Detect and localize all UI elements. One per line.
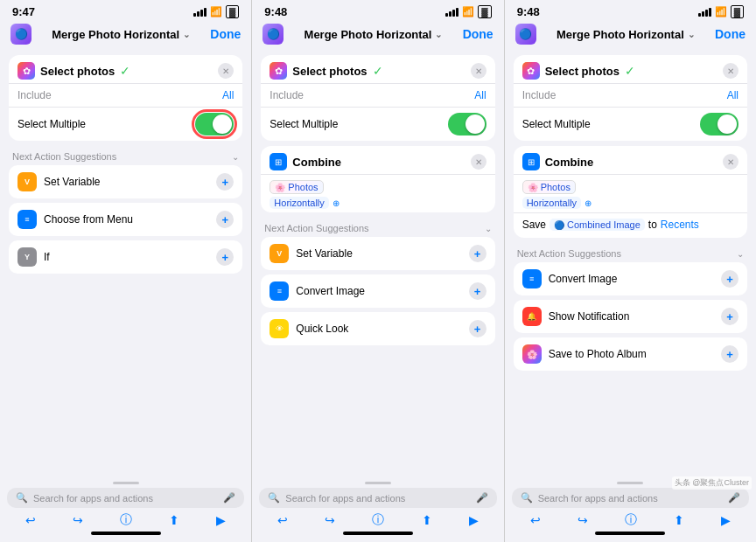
suggestion-left-2-0: V Set Variable xyxy=(270,244,352,263)
suggestion-left-2-2: 👁 Quick Look xyxy=(270,319,348,338)
include-value-3[interactable]: All xyxy=(727,89,738,101)
select-multiple-row-3: Select Multiple xyxy=(514,107,747,141)
select-photos-title-1: Select photos xyxy=(40,65,115,78)
select-close-button-1[interactable]: ✕ xyxy=(218,63,234,79)
include-value-1[interactable]: All xyxy=(222,89,234,101)
combined-image-tag-3[interactable]: 🔵 Combined Image xyxy=(550,219,645,231)
combine-details-2: 🌸 Photos Horizontally ⊕ xyxy=(261,174,494,212)
suggestion-add-button-2-0[interactable]: + xyxy=(469,245,486,262)
content-1: ✿ Select photos ✓ ✕ Include All Select M… xyxy=(0,50,251,477)
combine-icon-2: ⊞ xyxy=(270,153,287,170)
select-close-button-2[interactable]: ✕ xyxy=(471,63,486,79)
nav-title-2: Merge Photo Horizontal xyxy=(304,28,432,41)
share-icon-3[interactable]: ⬆ xyxy=(674,513,684,527)
search-bar-3[interactable]: 🔍 Search for apps and actions 🎤 xyxy=(512,488,749,508)
suggestion-item-3-2[interactable]: 🌸 Save to Photo Album + xyxy=(514,337,747,371)
horizontally-tag-3[interactable]: Horizontally xyxy=(522,197,581,209)
recents-tag-3[interactable]: Recents xyxy=(661,219,699,231)
suggestion-label-2-0: Set Variable xyxy=(296,247,352,260)
search-bar-2[interactable]: 🔍 Search for apps and actions 🎤 xyxy=(259,488,496,508)
watermark: 头条 @聚焦点Cluster xyxy=(672,476,752,490)
suggestion-item-2-0[interactable]: V Set Variable + xyxy=(261,237,494,270)
combine-close-button-3[interactable]: ✕ xyxy=(723,154,738,170)
share-icon-1[interactable]: ⬆ xyxy=(169,513,179,527)
info-icon-2[interactable]: ⓘ xyxy=(372,512,384,528)
select-close-button-3[interactable]: ✕ xyxy=(723,63,738,79)
select-multiple-label-2: Select Multiple xyxy=(270,118,338,130)
mic-icon-2[interactable]: 🎤 xyxy=(476,492,488,504)
battery-icon-2: ▓ xyxy=(478,5,491,18)
suggestion-add-button-3-2[interactable]: + xyxy=(721,345,738,363)
select-multiple-toggle-1[interactable] xyxy=(195,113,234,136)
suggestion-add-button-3-1[interactable]: + xyxy=(721,308,738,325)
photos-tag-2[interactable]: 🌸 Photos xyxy=(270,180,323,194)
select-multiple-label-1: Select Multiple xyxy=(18,118,86,130)
suggestion-label-2-2: Quick Look xyxy=(296,323,348,335)
search-bar-1[interactable]: 🔍 Search for apps and actions 🎤 xyxy=(7,488,244,508)
back-icon-1[interactable]: ↩ xyxy=(25,513,36,527)
nav-done-button-3[interactable]: Done xyxy=(715,27,746,41)
select-multiple-row-2: Select Multiple xyxy=(261,107,494,141)
suggestion-item-2-1[interactable]: ≡ Convert Image + xyxy=(261,274,494,308)
play-icon-2[interactable]: ▶ xyxy=(469,513,479,527)
mic-icon-1[interactable]: 🎤 xyxy=(223,492,235,504)
back-icon-3[interactable]: ↩ xyxy=(530,513,541,527)
nav-chevron-2[interactable]: ⌄ xyxy=(435,30,442,39)
forward-icon-2[interactable]: ↪ xyxy=(325,513,335,527)
combine-line1-2: 🌸 Photos xyxy=(270,180,486,194)
nav-done-button-2[interactable]: Done xyxy=(463,27,494,41)
suggestion-item-1-1[interactable]: ≡ Choose from Menu + xyxy=(9,203,242,236)
select-multiple-toggle-2[interactable] xyxy=(448,113,486,136)
select-multiple-toggle-3[interactable] xyxy=(700,113,738,136)
include-row-2: Include All xyxy=(261,83,494,107)
select-photos-card-3: ✿ Select photos ✓ ✕ Include All Select M… xyxy=(514,55,747,141)
suggestion-add-button-2-1[interactable]: + xyxy=(469,282,486,300)
suggestion-add-button-1-2[interactable]: + xyxy=(216,248,234,266)
suggestion-add-button-1-0[interactable]: + xyxy=(216,173,234,191)
nav-chevron-3[interactable]: ⌄ xyxy=(688,30,695,39)
combine-close-button-2[interactable]: ✕ xyxy=(471,154,486,170)
toggle-knob-2 xyxy=(466,115,485,134)
play-icon-3[interactable]: ▶ xyxy=(721,513,731,527)
suggestions-chevron-1[interactable]: ⌄ xyxy=(232,152,239,162)
status-icons-2: 📶 ▓ xyxy=(445,5,491,18)
checkmark-icon-2: ✓ xyxy=(373,64,383,78)
suggestions-chevron-2[interactable]: ⌄ xyxy=(485,224,492,233)
combine-title-row-3: ⊞ Combine xyxy=(522,153,594,170)
info-icon-3[interactable]: ⓘ xyxy=(625,512,637,528)
suggestion-icon-2-2: 👁 xyxy=(270,319,289,338)
shortcut-app-icon-2: 🔵 xyxy=(262,24,284,45)
select-title-row-2: ✿ Select photos ✓ xyxy=(270,62,382,80)
suggestions-chevron-3[interactable]: ⌄ xyxy=(737,249,744,259)
suggestion-item-3-1[interactable]: 🔔 Show Notification + xyxy=(514,300,747,333)
suggestion-label-1-0: Set Variable xyxy=(44,176,100,188)
forward-icon-3[interactable]: ↪ xyxy=(578,513,588,527)
suggestion-add-button-2-2[interactable]: + xyxy=(469,320,486,337)
share-icon-2[interactable]: ⬆ xyxy=(422,513,432,527)
content-3: ✿ Select photos ✓ ✕ Include All Select M… xyxy=(505,50,756,477)
horizontally-tag-2[interactable]: Horizontally xyxy=(270,197,328,209)
include-value-2[interactable]: All xyxy=(474,89,486,101)
suggestion-item-1-2[interactable]: Y If + xyxy=(9,240,242,274)
suggestion-item-3-0[interactable]: ≡ Convert Image + xyxy=(514,262,747,295)
combine-line2-3: Horizontally ⊕ xyxy=(522,197,738,209)
nav-done-button-1[interactable]: Done xyxy=(210,27,241,41)
suggestion-item-2-2[interactable]: 👁 Quick Look + xyxy=(261,312,494,345)
play-icon-1[interactable]: ▶ xyxy=(216,513,226,527)
forward-icon-1[interactable]: ↪ xyxy=(73,513,83,527)
suggestion-item-1-0[interactable]: V Set Variable + xyxy=(9,165,242,198)
suggestion-add-button-1-1[interactable]: + xyxy=(216,211,234,228)
mic-icon-3[interactable]: 🎤 xyxy=(728,492,740,504)
suggestion-add-button-3-0[interactable]: + xyxy=(721,270,738,288)
nav-bar-1: 🔵 Merge Photo Horizontal ⌄ Done xyxy=(0,20,251,50)
combine-card-header-3: ⊞ Combine ✕ xyxy=(514,146,747,174)
combine-arrow-3: ⊕ xyxy=(584,198,592,208)
nav-chevron-1[interactable]: ⌄ xyxy=(183,30,190,39)
photos-tag-3[interactable]: 🌸 Photos xyxy=(522,180,576,194)
status-icons-1: 📶 ▓ xyxy=(193,5,239,18)
combine-icon-3: ⊞ xyxy=(522,153,540,170)
back-icon-2[interactable]: ↩ xyxy=(277,513,288,527)
combine-line1-3: 🌸 Photos xyxy=(522,180,738,194)
home-indicator-2 xyxy=(343,532,413,535)
info-icon-1[interactable]: ⓘ xyxy=(120,512,132,528)
